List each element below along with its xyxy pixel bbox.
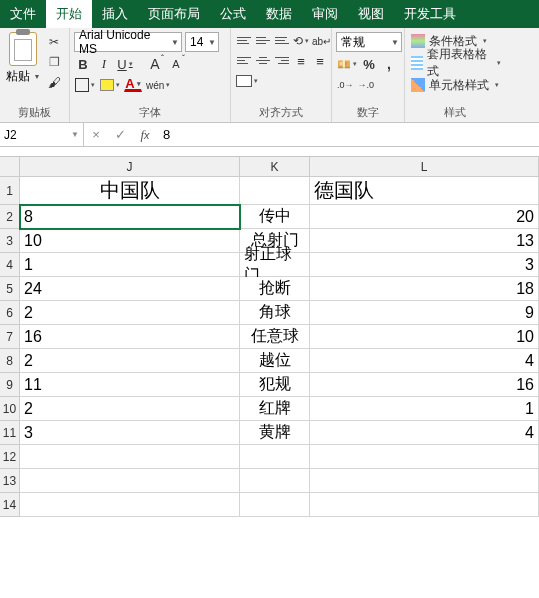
wrap-text-button[interactable] — [311, 32, 332, 50]
cell-L10[interactable]: 1 — [310, 397, 539, 421]
paste-icon[interactable] — [9, 32, 37, 66]
cell-J2[interactable]: 8 — [20, 205, 240, 229]
cell-J10[interactable]: 2 — [20, 397, 240, 421]
align-left-button[interactable] — [235, 52, 253, 68]
spreadsheet-grid[interactable]: JKL1中国队德国队28传中20310总射门1341射正球门3524抢断1862… — [0, 157, 539, 517]
column-header-L[interactable]: L — [310, 157, 539, 177]
cell-L14[interactable] — [310, 493, 539, 517]
menu-item-6[interactable]: 审阅 — [302, 0, 348, 28]
row-header-14[interactable]: 14 — [0, 493, 20, 517]
menu-item-0[interactable]: 文件 — [0, 0, 46, 28]
cancel-formula-button[interactable]: × — [84, 127, 108, 142]
paste-button[interactable]: 粘贴▼ — [6, 68, 41, 85]
font-name-combo[interactable]: Arial Unicode MS▼ — [74, 32, 182, 52]
row-header-3[interactable]: 3 — [0, 229, 20, 253]
cell-L13[interactable] — [310, 469, 539, 493]
cell-K11[interactable]: 黄牌 — [240, 421, 310, 445]
cell-J1[interactable]: 中国队 — [20, 177, 240, 205]
cell-L7[interactable]: 10 — [310, 325, 539, 349]
cell-K13[interactable] — [240, 469, 310, 493]
cell-J11[interactable]: 3 — [20, 421, 240, 445]
format-as-table-button[interactable]: 套用表格格式▾ — [409, 53, 501, 73]
shrink-font-button[interactable] — [167, 55, 185, 73]
cell-K4[interactable]: 射正球门 — [240, 253, 310, 277]
name-box[interactable]: J2▼ — [0, 123, 84, 146]
row-header-1[interactable]: 1 — [0, 177, 20, 205]
align-bottom-button[interactable] — [273, 32, 291, 48]
borders-button[interactable]: ▾ — [74, 76, 96, 94]
cell-J12[interactable] — [20, 445, 240, 469]
decrease-decimal-button[interactable] — [357, 76, 376, 94]
row-header-10[interactable]: 10 — [0, 397, 20, 421]
row-header-12[interactable]: 12 — [0, 445, 20, 469]
cell-L6[interactable]: 9 — [310, 301, 539, 325]
orientation-button[interactable]: ▾ — [292, 32, 310, 50]
row-header-8[interactable]: 8 — [0, 349, 20, 373]
select-all-corner[interactable] — [0, 157, 20, 177]
cell-L9[interactable]: 16 — [310, 373, 539, 397]
align-right-button[interactable] — [273, 52, 291, 68]
menu-item-4[interactable]: 公式 — [210, 0, 256, 28]
row-header-9[interactable]: 9 — [0, 373, 20, 397]
increase-decimal-button[interactable] — [336, 76, 355, 94]
row-header-5[interactable]: 5 — [0, 277, 20, 301]
cell-J13[interactable] — [20, 469, 240, 493]
cell-K1[interactable] — [240, 177, 310, 205]
column-header-K[interactable]: K — [240, 157, 310, 177]
menu-item-1[interactable]: 开始 — [46, 0, 92, 28]
cell-J6[interactable]: 2 — [20, 301, 240, 325]
cell-L4[interactable]: 3 — [310, 253, 539, 277]
cell-L3[interactable]: 13 — [310, 229, 539, 253]
cell-J7[interactable]: 16 — [20, 325, 240, 349]
font-size-combo[interactable]: 14▼ — [185, 32, 219, 52]
cell-J9[interactable]: 11 — [20, 373, 240, 397]
italic-button[interactable]: I — [95, 55, 113, 73]
phonetic-button[interactable]: wén▾ — [145, 76, 171, 94]
cell-L11[interactable]: 4 — [310, 421, 539, 445]
cell-K5[interactable]: 抢断 — [240, 277, 310, 301]
menu-item-5[interactable]: 数据 — [256, 0, 302, 28]
decrease-indent-button[interactable] — [292, 52, 310, 70]
percent-button[interactable] — [360, 55, 378, 73]
number-format-combo[interactable]: 常规▼ — [336, 32, 402, 52]
cell-K9[interactable]: 犯规 — [240, 373, 310, 397]
menu-item-2[interactable]: 插入 — [92, 0, 138, 28]
format-painter-icon[interactable] — [46, 74, 62, 90]
row-header-7[interactable]: 7 — [0, 325, 20, 349]
menu-item-3[interactable]: 页面布局 — [138, 0, 210, 28]
column-header-J[interactable]: J — [20, 157, 240, 177]
cell-K7[interactable]: 任意球 — [240, 325, 310, 349]
comma-style-button[interactable] — [380, 55, 398, 73]
cell-K2[interactable]: 传中 — [240, 205, 310, 229]
font-color-button[interactable]: A▾ — [124, 78, 142, 92]
grow-font-button[interactable] — [146, 55, 164, 73]
align-middle-button[interactable] — [254, 32, 272, 48]
copy-icon[interactable] — [46, 54, 62, 70]
fill-color-button[interactable]: ▾ — [99, 76, 121, 94]
enter-formula-button[interactable]: ✓ — [108, 127, 132, 142]
row-header-2[interactable]: 2 — [0, 205, 20, 229]
currency-button[interactable]: ▾ — [336, 55, 358, 73]
cell-L2[interactable]: 20 — [310, 205, 539, 229]
cell-styles-button[interactable]: 单元格样式▾ — [409, 75, 499, 95]
cut-icon[interactable] — [46, 34, 62, 50]
row-header-6[interactable]: 6 — [0, 301, 20, 325]
underline-button[interactable]: U▾ — [116, 55, 134, 73]
merge-cells-button[interactable]: ▾ — [235, 72, 259, 90]
cell-L5[interactable]: 18 — [310, 277, 539, 301]
cell-L1[interactable]: 德国队 — [310, 177, 539, 205]
formula-input[interactable]: 8 — [157, 123, 539, 146]
menu-item-7[interactable]: 视图 — [348, 0, 394, 28]
align-center-button[interactable] — [254, 52, 272, 68]
cell-K10[interactable]: 红牌 — [240, 397, 310, 421]
cell-K8[interactable]: 越位 — [240, 349, 310, 373]
bold-button[interactable]: B — [74, 55, 92, 73]
align-top-button[interactable] — [235, 32, 253, 48]
fx-button[interactable]: fx — [133, 127, 157, 143]
cell-L12[interactable] — [310, 445, 539, 469]
cell-J8[interactable]: 2 — [20, 349, 240, 373]
cell-K14[interactable] — [240, 493, 310, 517]
increase-indent-button[interactable] — [311, 52, 329, 70]
cell-K12[interactable] — [240, 445, 310, 469]
cell-J14[interactable] — [20, 493, 240, 517]
